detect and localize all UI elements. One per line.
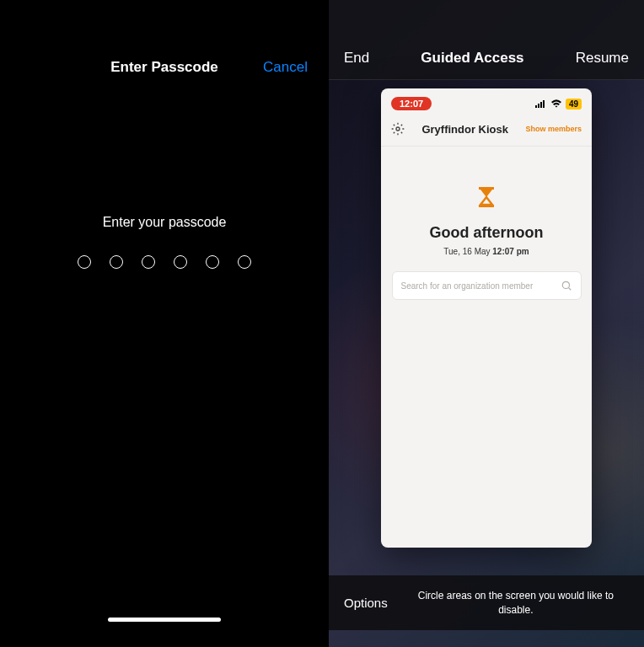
svg-rect-2 (540, 102, 542, 108)
guided-access-footer: Options Circle areas on the screen you w… (329, 575, 644, 630)
search-placeholder: Search for an organization member (401, 281, 534, 291)
recording-time-pill[interactable]: 12:07 (391, 97, 432, 110)
passcode-dot (78, 255, 91, 269)
cellular-signal-icon (535, 99, 547, 108)
home-indicator[interactable] (108, 618, 221, 622)
passcode-prompt: Enter your passcode (103, 215, 227, 230)
passcode-dot (238, 255, 251, 269)
gear-icon[interactable] (391, 122, 405, 136)
svg-rect-3 (543, 100, 545, 108)
kiosk-body: Good afternoon Tue, 16 May 12:07 pm Sear… (381, 147, 592, 300)
greeting-text: Good afternoon (430, 224, 544, 242)
guided-access-hint: Circle areas on the screen you would lik… (403, 589, 629, 618)
passcode-dot (206, 255, 219, 269)
app-preview-card[interactable]: 12:07 49 Gryffindor Kiosk Show members (381, 88, 592, 548)
svg-rect-1 (538, 104, 539, 108)
guided-access-header: End Guided Access Resume (329, 0, 644, 80)
wifi-icon (550, 99, 562, 108)
svg-line-8 (568, 288, 571, 291)
time-part: 12:07 pm (492, 247, 529, 256)
cancel-button[interactable]: Cancel (263, 59, 308, 76)
passcode-dots[interactable] (78, 255, 251, 269)
guided-access-title: Guided Access (421, 50, 523, 67)
options-button[interactable]: Options (344, 596, 388, 610)
svg-point-7 (562, 281, 569, 288)
svg-point-4 (396, 127, 400, 131)
date-part: Tue, 16 May (443, 247, 492, 256)
app-header: Gryffindor Kiosk Show members (381, 114, 592, 147)
passcode-dot (110, 255, 123, 269)
datetime-text: Tue, 16 May 12:07 pm (443, 247, 529, 256)
passcode-dot (174, 255, 187, 269)
passcode-screen: Enter Passcode Cancel Enter your passcod… (0, 0, 329, 647)
status-icons: 49 (535, 99, 582, 110)
end-button[interactable]: End (344, 50, 369, 67)
battery-badge: 49 (566, 99, 582, 110)
svg-rect-0 (535, 105, 537, 108)
search-input[interactable]: Search for an organization member (392, 271, 582, 300)
resume-button[interactable]: Resume (576, 50, 629, 67)
passcode-header: Enter Passcode Cancel (0, 0, 329, 76)
guided-access-screen: End Guided Access Resume 12:07 49 (329, 0, 644, 647)
search-icon (561, 280, 572, 291)
passcode-title: Enter Passcode (110, 59, 218, 76)
passcode-body: Enter your passcode (0, 215, 329, 269)
status-bar: 12:07 49 (381, 88, 592, 114)
hourglass-icon (477, 187, 496, 211)
app-title: Gryffindor Kiosk (421, 123, 508, 136)
svg-rect-5 (479, 187, 494, 190)
show-members-link[interactable]: Show members (525, 125, 582, 133)
passcode-dot (142, 255, 155, 269)
